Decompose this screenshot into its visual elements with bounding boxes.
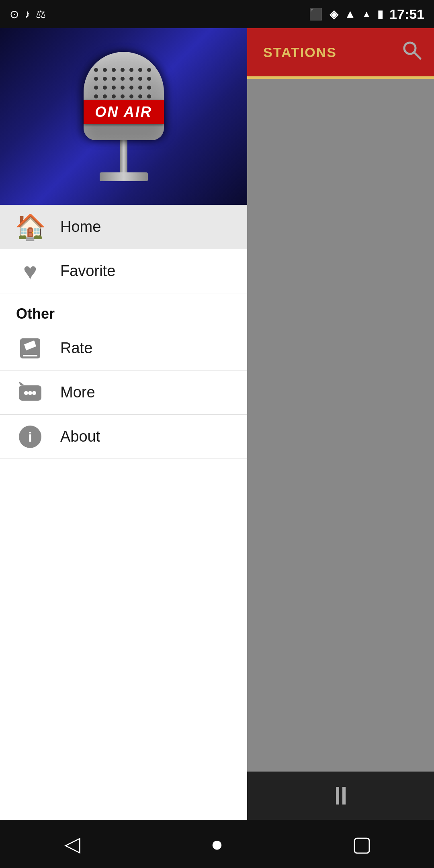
svg-point-5	[28, 391, 32, 395]
toolbar-title: STATIONS	[259, 45, 337, 60]
battery-icon: ▮	[377, 8, 383, 20]
more-icon-container	[16, 379, 44, 407]
heart-icon: ♥	[23, 258, 37, 285]
svg-marker-7	[19, 381, 24, 385]
network-icon: ▲	[362, 9, 371, 19]
other-section-header: Other	[0, 293, 247, 326]
svg-text:i: i	[28, 429, 32, 444]
wifi-icon: ▲	[345, 8, 356, 20]
recents-icon: ▢	[352, 832, 372, 856]
on-air-text: ON AIR	[95, 104, 152, 121]
camera-icon: ⊙	[10, 8, 19, 21]
status-right: ⬛ ◈ ▲ ▲ ▮ 17:51	[309, 6, 424, 22]
microphone-graphic: ON AIR	[84, 52, 164, 181]
svg-point-6	[32, 391, 36, 395]
playback-bar: ⏸	[247, 772, 434, 820]
nav-item-about[interactable]: i About	[0, 415, 247, 459]
status-bar: ⊙ ♪ ⚖ ⬛ ◈ ▲ ▲ ▮ 17:51	[0, 0, 434, 28]
back-button[interactable]: ◁	[48, 828, 96, 860]
home-label: Home	[60, 218, 101, 235]
more-icon	[18, 381, 42, 405]
home-circle-icon: ●	[211, 832, 223, 856]
nav-item-more[interactable]: More	[0, 371, 247, 415]
mic-stand	[120, 140, 127, 172]
music-icon: ♪	[25, 8, 30, 20]
hero-image: ON AIR	[0, 28, 247, 205]
rate-icon	[18, 336, 42, 360]
nav-item-rate[interactable]: Rate	[0, 326, 247, 371]
bottom-nav-bar: ◁ ● ▢	[0, 820, 434, 868]
on-air-band: ON AIR	[84, 100, 164, 124]
signal-icon: ◈	[330, 8, 338, 21]
about-label: About	[60, 428, 100, 445]
svg-point-4	[24, 391, 28, 395]
search-button[interactable]	[401, 39, 422, 65]
status-time: 17:51	[389, 6, 424, 22]
svg-line-11	[414, 52, 420, 59]
heart-icon-container: ♥	[16, 257, 44, 285]
main-panel: STATIONS ⏸	[247, 28, 434, 820]
info-icon: i	[18, 425, 42, 449]
files-icon: ⚖	[36, 8, 46, 21]
mic-head: ON AIR	[84, 52, 164, 140]
back-icon: ◁	[64, 832, 80, 856]
navigation-drawer: ON AIR 🏠 Home ♥ Favorite Other	[0, 28, 247, 820]
status-icons: ⊙ ♪ ⚖	[10, 8, 46, 21]
nav-item-home[interactable]: 🏠 Home	[0, 205, 247, 249]
mic-base	[100, 172, 148, 181]
favorite-label: Favorite	[60, 262, 115, 280]
home-icon-container: 🏠	[16, 213, 44, 241]
home-button[interactable]: ●	[193, 828, 241, 860]
home-icon: 🏠	[15, 213, 46, 242]
info-icon-container: i	[16, 423, 44, 451]
more-label: More	[60, 384, 95, 401]
rate-label: Rate	[60, 340, 92, 357]
nav-item-favorite[interactable]: ♥ Favorite	[0, 249, 247, 293]
rate-icon-container	[16, 334, 44, 362]
content-area	[247, 79, 434, 772]
recents-button[interactable]: ▢	[338, 828, 386, 860]
cast-icon: ⬛	[309, 8, 323, 21]
nav-section: 🏠 Home ♥ Favorite Other Rate	[0, 205, 247, 820]
toolbar: STATIONS	[247, 28, 434, 76]
pause-button[interactable]: ⏸	[328, 781, 354, 811]
search-icon	[401, 39, 422, 60]
